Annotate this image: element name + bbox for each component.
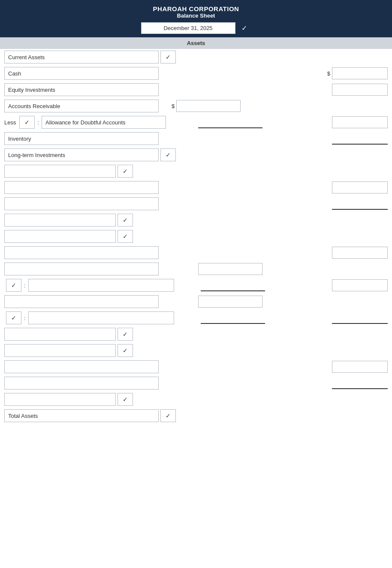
equity-investments-input[interactable]	[4, 83, 159, 96]
less-mid-value-2[interactable]	[201, 279, 265, 291]
inventory-row	[4, 130, 388, 147]
empty-label-input-2[interactable]	[4, 197, 159, 210]
empty-chevron-2[interactable]: ✓	[118, 214, 133, 227]
less-label-input-2[interactable]	[28, 279, 174, 292]
empty-chevron-4[interactable]: ✓	[118, 328, 133, 341]
less-row-3: ✓ :	[4, 310, 388, 326]
long-term-investments-row: ✓	[4, 147, 388, 163]
empty-dropdown-input-4[interactable]	[4, 328, 116, 341]
cash-value-input[interactable]	[332, 67, 388, 79]
empty-mid-value-1[interactable]	[198, 263, 262, 275]
less-colon-3: :	[21, 315, 28, 321]
cash-dollar: $	[327, 70, 330, 77]
less-chevron-3[interactable]: ✓	[6, 311, 21, 324]
empty-chevron-1[interactable]: ✓	[118, 165, 133, 178]
less-mid-value-3[interactable]	[201, 312, 265, 324]
empty-dropdown-input-6[interactable]	[4, 393, 116, 406]
empty-dropdown-row-3: ✓	[4, 228, 388, 245]
less-label: Less	[4, 119, 16, 126]
current-assets-row: ✓	[4, 49, 388, 65]
empty-right-input-3[interactable]	[332, 247, 388, 259]
page-header: PHAROAH CORPORATION Balance Sheet Decemb…	[0, 0, 392, 37]
accounts-receivable-input[interactable]	[4, 100, 159, 112]
less-row-2: ✓ :	[4, 277, 388, 293]
empty-label-row-3	[4, 245, 388, 261]
total-assets-input[interactable]	[4, 409, 159, 422]
empty-dropdown-row-1: ✓	[4, 163, 388, 179]
balance-sheet-body: ✓ $ $	[0, 49, 392, 424]
empty-label-input-1[interactable]	[4, 181, 159, 194]
empty-dropdown-input-5[interactable]	[4, 344, 116, 357]
allowance-input[interactable]	[42, 116, 166, 129]
current-assets-input[interactable]	[4, 51, 159, 63]
less-colon-2: :	[21, 282, 28, 289]
allowance-right-input[interactable]	[332, 116, 388, 128]
less-right-value-2[interactable]	[332, 279, 388, 291]
empty-dropdown-input-3[interactable]	[4, 230, 116, 243]
equity-investments-value-input[interactable]	[332, 84, 388, 96]
accounts-receivable-row: $	[4, 98, 388, 114]
empty-mid-row-2	[4, 293, 388, 310]
total-assets-row: ✓	[4, 408, 388, 424]
company-name: PHAROAH CORPORATION	[0, 5, 392, 12]
empty-dropdown-row-6: ✓	[4, 391, 388, 408]
less-right-value-3[interactable]	[332, 312, 388, 324]
empty-dropdown-input-2[interactable]	[4, 214, 116, 227]
ar-dollar: $	[172, 103, 175, 109]
empty-label-row-1	[4, 179, 388, 196]
empty-mid-row-1	[4, 261, 388, 277]
empty-right-underline-1[interactable]	[332, 198, 388, 210]
empty-mid-label-1[interactable]	[4, 263, 159, 275]
cash-row: $	[4, 65, 388, 82]
less-label-input-3[interactable]	[28, 311, 174, 324]
allowance-colon: :	[35, 119, 42, 126]
total-assets-chevron[interactable]: ✓	[160, 409, 176, 422]
current-assets-chevron[interactable]: ✓	[160, 51, 176, 63]
date-text: December 31, 2025	[145, 25, 232, 31]
empty-right-input-1[interactable]	[332, 181, 388, 193]
empty-label-input-4[interactable]	[4, 360, 159, 373]
date-dropdown[interactable]: December 31, 2025	[141, 22, 235, 34]
empty-mid-value-2[interactable]	[198, 296, 262, 308]
empty-label-row-2	[4, 196, 388, 212]
empty-mid-label-2[interactable]	[4, 295, 159, 308]
assets-section-header: Assets	[0, 37, 392, 49]
long-term-chevron[interactable]: ✓	[160, 148, 176, 161]
empty-right-underline-5[interactable]	[332, 377, 388, 389]
empty-label-input-3[interactable]	[4, 246, 159, 259]
allowance-row: Less ✓ :	[4, 114, 388, 130]
allowance-value-input[interactable]	[198, 116, 262, 128]
date-chevron-button[interactable]: ✓	[237, 22, 251, 34]
empty-label-input-5[interactable]	[4, 377, 159, 390]
less-chevron-2[interactable]: ✓	[6, 279, 21, 292]
empty-chevron-3[interactable]: ✓	[118, 230, 133, 243]
long-term-investments-input[interactable]	[4, 148, 159, 161]
empty-dropdown-row-5: ✓	[4, 342, 388, 359]
ar-value-input[interactable]	[176, 100, 241, 112]
report-title: Balance Sheet	[0, 12, 392, 19]
empty-label-row-5	[4, 375, 388, 391]
equity-investments-row	[4, 82, 388, 98]
inventory-input[interactable]	[4, 132, 159, 145]
empty-dropdown-row-2: ✓	[4, 212, 388, 228]
empty-dropdown-input-1[interactable]	[4, 165, 116, 178]
empty-chevron-5[interactable]: ✓	[118, 344, 133, 357]
cash-input[interactable]	[4, 67, 159, 80]
empty-dropdown-row-4: ✓	[4, 326, 388, 342]
empty-right-input-4[interactable]	[332, 361, 388, 373]
empty-chevron-6[interactable]: ✓	[118, 393, 133, 406]
allowance-chevron[interactable]: ✓	[19, 116, 35, 129]
empty-label-row-4	[4, 359, 388, 375]
inventory-value-input[interactable]	[332, 133, 388, 145]
